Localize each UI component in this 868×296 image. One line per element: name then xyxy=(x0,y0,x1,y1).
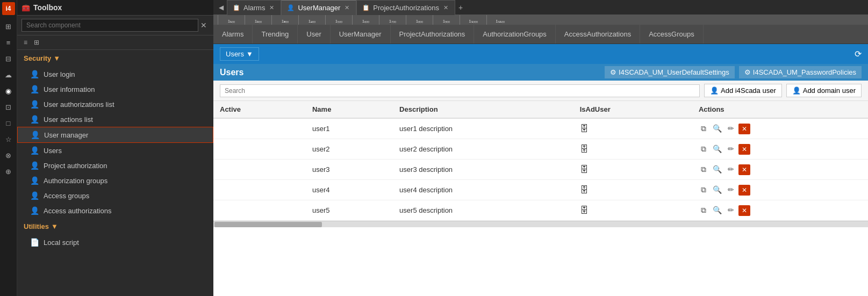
row4-edit-button[interactable]: ✏ xyxy=(726,184,736,195)
icon-plus-circle[interactable]: ⊕ xyxy=(2,164,16,178)
row3-copy-button[interactable]: ⧉ xyxy=(699,164,708,175)
tab-add-button[interactable]: + xyxy=(455,3,466,12)
sidebar-list-btn[interactable]: ≡ xyxy=(21,38,30,47)
sidebar-item-user-manager[interactable]: 👤 User manager xyxy=(17,127,213,143)
project-auth-icon: 👤 xyxy=(30,161,39,170)
refresh-button[interactable]: ⟳ xyxy=(855,49,862,59)
sidebar-item-access-authorizations[interactable]: 👤 Access authorizations xyxy=(17,203,213,218)
nav-tab-projectauthorizations[interactable]: ProjectAuthorizations xyxy=(391,25,475,44)
scrollbar-thumb[interactable] xyxy=(214,222,322,227)
nav-tab-user[interactable]: User xyxy=(298,25,330,44)
search-input[interactable] xyxy=(21,19,198,32)
user-default-settings-button[interactable]: ⚙ I4SCADA_UM_UserDefaultSettings xyxy=(605,66,735,78)
sidebar-item-local-script[interactable]: 📄 Local script xyxy=(17,235,213,250)
tab-bar-collapse-icon[interactable]: ◀ xyxy=(216,4,227,11)
row5-search-button[interactable]: 🔍 xyxy=(711,205,724,215)
row4-search-button[interactable]: 🔍 xyxy=(711,184,724,195)
projauth-tab-close[interactable]: ✕ xyxy=(442,4,449,11)
row4-description: user4 description xyxy=(393,180,573,200)
icon-minus[interactable]: ⊟ xyxy=(2,52,16,66)
table-row: user3 user3 description 🗄 ⧉ 🔍 ✏ ✕ xyxy=(213,160,868,180)
row1-copy-button[interactable]: ⧉ xyxy=(699,123,708,134)
sidebar-title: Toolbox xyxy=(33,3,62,12)
ruler-mark-4: 1₄₀₀ xyxy=(298,15,325,25)
row4-delete-button[interactable]: ✕ xyxy=(738,185,750,196)
row2-edit-button[interactable]: ✏ xyxy=(726,143,736,154)
table-search-input[interactable] xyxy=(220,84,700,97)
icon-box[interactable]: ⊡ xyxy=(2,100,16,114)
alarms-tab-close[interactable]: ✕ xyxy=(268,4,275,11)
sidebar-item-user-information[interactable]: 👤 User information xyxy=(17,82,213,97)
row2-search-button[interactable]: 🔍 xyxy=(711,143,724,154)
password-policies-button[interactable]: ⚙ I4SCADA_UM_PasswordPolicies xyxy=(739,66,862,78)
section-header-security[interactable]: Security ▼ xyxy=(17,50,213,67)
col-description: Description xyxy=(393,101,573,118)
row4-actions: ⧉ 🔍 ✏ ✕ xyxy=(692,180,868,200)
row1-delete-button[interactable]: ✕ xyxy=(738,124,750,134)
nav-tab-alarms[interactable]: Alarms xyxy=(213,25,253,44)
row3-delete-button[interactable]: ✕ xyxy=(738,164,750,175)
icon-list[interactable]: ≡ xyxy=(2,35,16,49)
usermanager-tab-close[interactable]: ✕ xyxy=(343,4,350,11)
sidebar-item-access-groups[interactable]: 👤 Access groups xyxy=(17,188,213,203)
search-clear-button[interactable]: ✕ xyxy=(198,20,209,31)
icon-cross[interactable]: ⊗ xyxy=(2,148,16,162)
nav-tab-trending[interactable]: Trending xyxy=(253,25,298,44)
row5-actions: ⧉ 🔍 ✏ ✕ xyxy=(692,200,868,221)
row5-edit-button[interactable]: ✏ xyxy=(726,205,736,215)
tab-bar: ◀ 📋 Alarms ✕ 👤 UserManager ✕ 📋 ProjectAu… xyxy=(213,0,868,15)
tab-alarms[interactable]: 📋 Alarms ✕ xyxy=(227,0,281,15)
row2-copy-button[interactable]: ⧉ xyxy=(699,143,708,155)
icon-grid[interactable]: ⊞ xyxy=(2,19,16,33)
row1-actions: ⧉ 🔍 ✏ ✕ xyxy=(692,118,868,139)
sidebar-content: Security ▼ 👤 User login 👤 User informati… xyxy=(17,50,213,296)
row1-search-button[interactable]: 🔍 xyxy=(711,123,724,134)
app-logo: i4 xyxy=(2,2,15,15)
row5-description: user5 description xyxy=(393,200,573,221)
add-i4scada-user-button[interactable]: 👤 Add i4Scada user xyxy=(704,84,782,97)
icon-square[interactable]: □ xyxy=(2,116,16,130)
users-dropdown-button[interactable]: Users ▼ xyxy=(220,47,259,61)
sidebar-item-project-authorization[interactable]: 👤 Project authorization xyxy=(17,158,213,173)
tab-project-authorizations[interactable]: 📋 ProjectAuthorizations ✕ xyxy=(356,0,455,15)
col-actions: Actions xyxy=(692,101,868,118)
sidebar-item-user-authorizations-list[interactable]: 👤 User authorizations list xyxy=(17,97,213,112)
row1-edit-button[interactable]: ✏ xyxy=(726,123,736,134)
horizontal-scrollbar[interactable] xyxy=(213,221,868,227)
ruler-mark-7: 1₇₀₀ xyxy=(379,15,406,25)
row4-copy-button[interactable]: ⧉ xyxy=(699,184,708,196)
users-icon: 👤 xyxy=(30,146,39,155)
sidebar-item-user-actions-list[interactable]: 👤 User actions list xyxy=(17,112,213,127)
row3-edit-button[interactable]: ✏ xyxy=(726,164,736,175)
ruler-mark-1: 1₁₀₀ xyxy=(218,15,245,25)
usermanager-tab-icon: 👤 xyxy=(287,4,295,11)
row5-active xyxy=(213,200,306,221)
row2-delete-button[interactable]: ✕ xyxy=(738,144,750,155)
icon-cloud[interactable]: ☁ xyxy=(2,68,16,82)
sidebar-grid-btn[interactable]: ⊞ xyxy=(32,38,41,47)
security-section-label: Security xyxy=(24,54,51,62)
table-row: user1 user1 description 🗄 ⧉ 🔍 ✏ ✕ xyxy=(213,118,868,139)
users-table: Active Name Description IsAdUser Actions… xyxy=(213,101,868,221)
icon-circle[interactable]: ◉ xyxy=(2,84,16,98)
row3-search-button[interactable]: 🔍 xyxy=(711,164,724,175)
tab-user-manager[interactable]: 👤 UserManager ✕ xyxy=(281,0,356,15)
row5-delete-button[interactable]: ✕ xyxy=(738,205,750,216)
nav-tab-usermanager[interactable]: UserManager xyxy=(331,25,391,44)
add-domain-user-button[interactable]: 👤 Add domain user xyxy=(786,84,862,97)
nav-tab-authorizationgroups[interactable]: AuthorizationGroups xyxy=(474,25,556,44)
sidebar-item-user-login[interactable]: 👤 User login xyxy=(17,67,213,82)
icon-star[interactable]: ☆ xyxy=(2,132,16,146)
ruler-mark-8: 1₈₀₀ xyxy=(406,15,433,25)
row5-copy-button[interactable]: ⧉ xyxy=(699,205,708,216)
access-auth-icon: 👤 xyxy=(30,206,39,215)
row5-isaduser: 🗄 xyxy=(573,200,692,221)
row1-active xyxy=(213,118,306,139)
user-login-icon: 👤 xyxy=(30,70,39,78)
nav-tab-accessauthorizations[interactable]: AccessAuthorizations xyxy=(556,25,640,44)
section-header-utilities[interactable]: Utilities ▼ xyxy=(17,218,213,235)
sidebar-item-authorization-groups[interactable]: 👤 Authorization groups xyxy=(17,173,213,188)
nav-tab-accessgroups[interactable]: AccessGroups xyxy=(640,25,704,44)
sidebar-item-users[interactable]: 👤 Users xyxy=(17,143,213,158)
sidebar-header: 🧰 Toolbox xyxy=(17,0,213,16)
